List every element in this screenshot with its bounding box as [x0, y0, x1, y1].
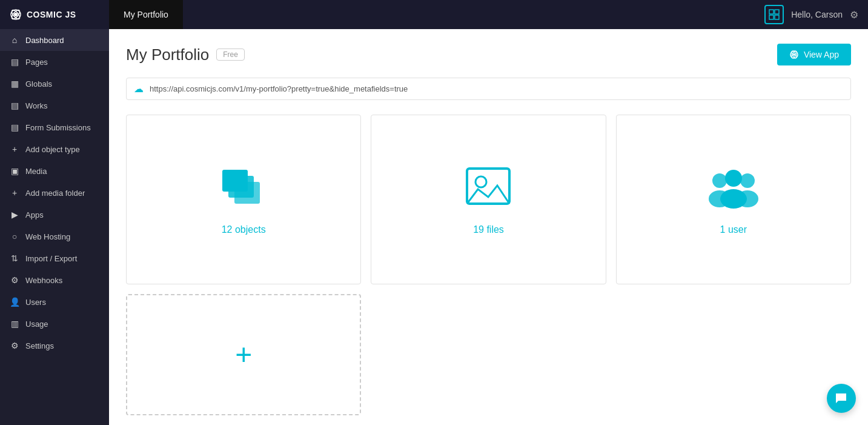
settings-icon: ⚙ [10, 341, 19, 350]
svg-rect-4 [769, 10, 774, 14]
sidebar-item-apps[interactable]: ▶ Apps [0, 204, 109, 226]
topbar: COSMIC JS My Portfolio Hello, Carson ⚙ [0, 0, 868, 29]
chat-bubble[interactable] [827, 384, 856, 413]
sidebar-item-form-submissions[interactable]: ▤ Form Submissions [0, 116, 109, 138]
sidebar-label-webhooks: Webhooks [25, 276, 62, 285]
users-card-icon [706, 164, 761, 212]
files-card-icon [461, 164, 515, 212]
import-export-icon: ⇅ [10, 253, 19, 263]
sidebar-item-web-hosting[interactable]: ○ Web Hosting [0, 226, 109, 247]
svg-rect-15 [467, 169, 509, 204]
page-title: My Portfolio [126, 45, 209, 64]
users-card-label: 1 user [720, 224, 747, 235]
svg-point-21 [725, 170, 742, 187]
works-icon: ▤ [10, 101, 19, 110]
usage-icon: ▥ [10, 319, 19, 329]
cards-grid: 12 objects 19 files [126, 115, 851, 284]
objects-card-icon [216, 164, 271, 212]
sidebar-label-settings: Settings [25, 341, 54, 350]
sidebar-label-globals: Globals [25, 79, 52, 89]
view-app-label: View App [804, 50, 839, 59]
sidebar-item-pages[interactable]: ▤ Pages [0, 51, 109, 73]
card-files[interactable]: 19 files [371, 115, 606, 284]
topbar-logo-text: COSMIC JS [27, 10, 76, 19]
add-card-icon: + [235, 340, 252, 369]
page-header: My Portfolio Free View App [126, 44, 851, 65]
sidebar-label-dashboard: Dashboard [25, 36, 64, 45]
sidebar-item-add-object-type[interactable]: + Add object type [0, 138, 109, 160]
globals-icon: ▦ [10, 79, 19, 89]
bottom-row: + [126, 294, 851, 415]
sidebar-label-usage: Usage [25, 320, 48, 329]
layout: ⌂ Dashboard ▤ Pages ▦ Globals ▤ Works ▤ … [0, 29, 868, 425]
sidebar-label-apps: Apps [25, 210, 44, 219]
svg-point-0 [14, 13, 18, 16]
page-title-row: My Portfolio Free [126, 45, 245, 64]
sidebar-label-works: Works [25, 101, 48, 110]
main-content: My Portfolio Free View App ☁ https://api… [109, 29, 868, 425]
chat-icon [834, 391, 849, 406]
card-objects[interactable]: 12 objects [126, 115, 361, 284]
sidebar-label-users: Users [25, 298, 46, 307]
topbar-right: Hello, Carson ⚙ [764, 5, 868, 24]
sidebar-label-import-export: Import / Export [25, 254, 77, 263]
svg-point-9 [793, 53, 795, 56]
users-icon: 👤 [10, 297, 19, 307]
pages-icon: ▤ [10, 57, 19, 67]
main-inner: My Portfolio Free View App ☁ https://api… [109, 29, 868, 425]
apps-icon: ▶ [10, 210, 19, 219]
view-app-icon [789, 50, 799, 59]
free-badge: Free [216, 49, 245, 61]
sidebar-label-web-hosting: Web Hosting [25, 232, 70, 241]
objects-card-label: 12 objects [222, 224, 266, 235]
svg-point-17 [712, 173, 727, 188]
home-icon: ⌂ [10, 35, 19, 45]
add-media-folder-icon: + [10, 188, 19, 198]
sidebar-item-import-export[interactable]: ⇅ Import / Export [0, 247, 109, 269]
form-submissions-icon: ▤ [10, 122, 19, 132]
svg-rect-5 [775, 10, 779, 14]
sidebar-label-pages: Pages [25, 58, 48, 67]
sidebar-item-globals[interactable]: ▦ Globals [0, 73, 109, 95]
svg-rect-7 [775, 15, 779, 19]
sidebar-item-add-media-folder[interactable]: + Add media folder [0, 182, 109, 204]
add-object-type-icon: + [10, 144, 19, 154]
cloud-icon: ☁ [134, 83, 144, 95]
sidebar-label-form-submissions: Form Submissions [25, 123, 91, 132]
sidebar-label-media: Media [25, 167, 47, 176]
svg-point-22 [720, 189, 747, 209]
topbar-user-greeting: Hello, Carson [791, 10, 843, 19]
media-icon: ▣ [10, 166, 19, 176]
api-url-text: https://api.cosmicjs.com/v1/my-portfolio… [150, 84, 408, 93]
topbar-logo[interactable]: COSMIC JS [0, 0, 109, 29]
svg-point-19 [740, 173, 755, 188]
sidebar-label-add-media-folder: Add media folder [25, 189, 85, 198]
sidebar-item-webhooks[interactable]: ⚙ Webhooks [0, 269, 109, 291]
topbar-active-tab[interactable]: My Portfolio [109, 0, 183, 29]
sidebar: ⌂ Dashboard ▤ Pages ▦ Globals ▤ Works ▤ … [0, 29, 109, 425]
topbar-left: COSMIC JS My Portfolio [0, 0, 183, 29]
sidebar-item-settings[interactable]: ⚙ Settings [0, 335, 109, 356]
view-app-button[interactable]: View App [777, 44, 851, 65]
api-bar[interactable]: ☁ https://api.cosmicjs.com/v1/my-portfol… [126, 78, 851, 100]
webhooks-icon: ⚙ [10, 275, 19, 285]
web-hosting-icon: ○ [10, 232, 19, 241]
cosmic-logo-icon [10, 8, 22, 21]
cosmic-box-icon[interactable] [764, 5, 784, 24]
sidebar-item-dashboard[interactable]: ⌂ Dashboard [0, 29, 109, 51]
sidebar-label-add-object-type: Add object type [25, 145, 80, 154]
card-users[interactable]: 1 user [616, 115, 851, 284]
sidebar-item-usage[interactable]: ▥ Usage [0, 313, 109, 335]
svg-point-16 [475, 176, 486, 187]
gear-icon[interactable]: ⚙ [850, 9, 858, 21]
sidebar-item-works[interactable]: ▤ Works [0, 95, 109, 116]
svg-rect-14 [222, 170, 248, 192]
sidebar-item-users[interactable]: 👤 Users [0, 291, 109, 313]
svg-rect-6 [769, 15, 774, 19]
card-add[interactable]: + [126, 294, 361, 415]
files-card-label: 19 files [473, 224, 504, 235]
sidebar-item-media[interactable]: ▣ Media [0, 160, 109, 182]
